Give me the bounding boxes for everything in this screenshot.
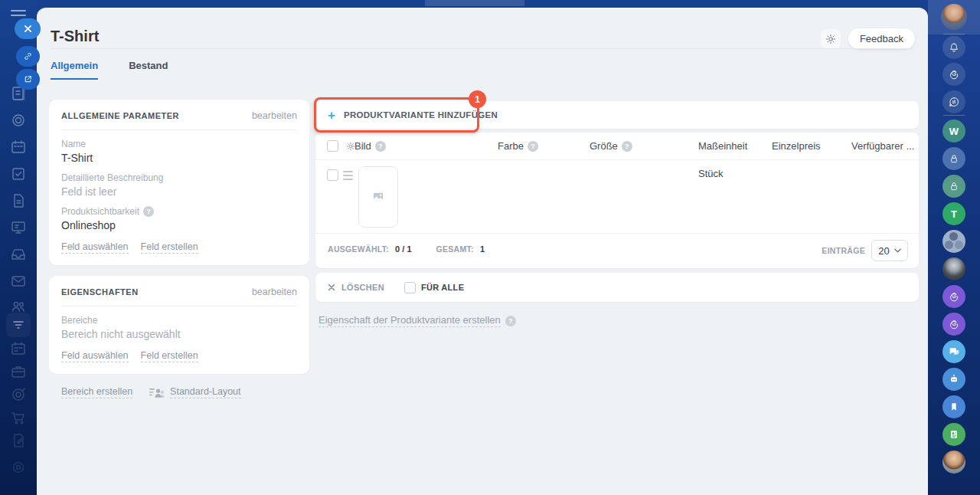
chat-item-w[interactable]: W <box>942 120 965 143</box>
select-field-link[interactable]: Feld auswählen <box>61 350 129 362</box>
create-variant-property-link[interactable]: Eigenschaft der Produktvariante erstelle… <box>318 314 501 327</box>
total-label: GESAMT: <box>436 244 474 254</box>
image-icon <box>371 190 385 204</box>
document-icon[interactable] <box>9 192 28 210</box>
messenger-chat[interactable] <box>942 340 965 363</box>
entries-value: 20 <box>878 245 889 257</box>
create-field-link[interactable]: Feld erstellen <box>141 350 198 362</box>
select-field-link[interactable]: Feld auswählen <box>61 241 129 254</box>
user-chat-avatar-2[interactable] <box>942 451 965 474</box>
target-icon[interactable] <box>9 385 28 404</box>
page-title: T-Shirt <box>51 28 99 45</box>
notifications-button[interactable] <box>942 36 965 59</box>
selected-value: 0 / 1 <box>395 244 411 254</box>
entries-per-page-select[interactable]: 20 <box>871 240 908 261</box>
copy-link-button[interactable] <box>16 46 40 67</box>
news-icon <box>948 428 960 441</box>
for-all-label: FÜR ALLE <box>421 283 464 292</box>
news-chat[interactable] <box>942 423 965 446</box>
gear-icon <box>825 33 837 45</box>
drag-handle-icon[interactable] <box>343 171 353 182</box>
visibility-field-label: Produktsichtbarkeit <box>61 206 139 217</box>
bot-chat[interactable] <box>942 368 965 391</box>
chat-item-private-1[interactable] <box>942 147 965 170</box>
for-all-checkbox[interactable] <box>404 282 416 293</box>
group-chat-avatar[interactable] <box>942 230 965 253</box>
for-all-checkbox-group[interactable]: FÜR ALLE <box>404 282 464 293</box>
layout-label[interactable]: Standard-Layout <box>170 386 240 398</box>
create-section-link[interactable]: Bereich erstellen <box>61 386 132 398</box>
plus-icon <box>328 109 335 122</box>
sections-field-value[interactable]: Bereich nicht ausgewählt <box>61 328 297 340</box>
chat-item-private-2[interactable] <box>942 175 965 198</box>
cell-masseinheit: Stück <box>698 168 724 179</box>
link-icon <box>23 51 33 61</box>
saved-messages-chat[interactable] <box>942 395 965 418</box>
description-field-value[interactable]: Feld ist leer <box>61 185 297 198</box>
copilot-chat-1[interactable] <box>942 285 965 308</box>
column-label: Größe <box>590 140 618 152</box>
close-slider-button[interactable] <box>15 18 41 39</box>
header-divider <box>51 48 914 49</box>
column-header-verfuegbar[interactable]: Verfügbarer ... <box>851 140 914 152</box>
cart-icon[interactable] <box>9 408 28 427</box>
feedback-button[interactable]: Feedback <box>848 28 915 49</box>
visibility-field-value[interactable]: Onlineshop <box>61 219 297 231</box>
presentation-icon[interactable] <box>9 218 28 237</box>
doc-edit-icon[interactable] <box>9 431 28 450</box>
column-header-farbe[interactable]: Farbe <box>498 140 538 152</box>
table-row[interactable]: Stück <box>315 160 919 234</box>
help-icon[interactable] <box>375 141 386 152</box>
open-new-window-button[interactable] <box>16 69 40 90</box>
edit-link[interactable]: bearbeiten <box>252 287 297 297</box>
help-icon[interactable] <box>143 206 154 217</box>
user-chat-avatar[interactable] <box>942 257 965 280</box>
sections-field-label: Bereiche <box>61 315 297 326</box>
settings-ring-icon[interactable] <box>9 458 28 477</box>
tab-bestand[interactable]: Bestand <box>129 60 168 80</box>
check-square-icon[interactable] <box>9 165 28 183</box>
product-image-placeholder[interactable] <box>358 166 398 228</box>
profile-avatar[interactable] <box>941 4 967 30</box>
edit-link[interactable]: bearbeiten <box>252 110 297 121</box>
help-icon[interactable] <box>505 316 516 326</box>
calendar-icon[interactable] <box>9 138 28 156</box>
help-icon[interactable] <box>528 141 538 152</box>
chat-item-t[interactable]: T <box>942 202 965 225</box>
column-label: Maßeinheit <box>698 140 747 152</box>
create-field-link[interactable]: Feld erstellen <box>141 241 198 254</box>
close-icon <box>24 25 32 33</box>
calendar-alt-icon[interactable] <box>9 339 28 358</box>
tray-icon[interactable] <box>9 245 28 264</box>
product-detail-card: T-Shirt Feedback Allgemein Bestand ALLGE… <box>37 8 928 495</box>
mail-icon[interactable] <box>9 272 28 290</box>
settings-gear-button[interactable] <box>821 29 841 49</box>
total-value: 1 <box>480 244 485 254</box>
column-header-groesse[interactable]: Größe <box>590 140 632 152</box>
annotation-badge: 1 <box>469 90 486 108</box>
spiral-icon <box>948 290 960 303</box>
add-product-variant-button[interactable]: PRODUKTVARIANTE HINZUFÜGEN 1 <box>315 101 919 129</box>
copilot-button[interactable] <box>942 63 965 86</box>
ring-icon[interactable] <box>9 111 28 129</box>
column-header-masseinheit[interactable]: Maßeinheit <box>698 140 747 152</box>
help-icon[interactable] <box>622 141 632 152</box>
bulk-actions-bar: LÖSCHEN FÜR ALLE <box>315 273 919 302</box>
properties-panel: EIGENSCHAFTEN bearbeiten Bereiche Bereic… <box>49 276 309 374</box>
tab-allgemein[interactable]: Allgemein <box>51 60 98 80</box>
column-header-einzelpreis[interactable]: Einzelpreis <box>772 140 821 152</box>
column-header-bild[interactable]: Bild <box>354 140 386 152</box>
chat-history-button[interactable] <box>942 90 965 113</box>
chat-arrows-icon <box>948 96 960 108</box>
copilot-chat-2[interactable] <box>942 313 965 336</box>
name-field-value[interactable]: T-Shirt <box>61 152 297 164</box>
briefcase-icon[interactable] <box>9 362 28 381</box>
layout-selector[interactable]: Standard-Layout <box>149 386 240 398</box>
row-checkbox[interactable] <box>327 169 338 181</box>
bell-icon <box>948 41 960 54</box>
table-footer: AUSGEWÄHLT: 0 / 1 GESAMT: 1 EINTRÄGE 20 <box>315 234 919 267</box>
filter-crm-icon[interactable] <box>6 313 31 337</box>
delete-button[interactable]: LÖSCHEN <box>328 283 384 292</box>
column-label: Farbe <box>498 140 524 152</box>
select-all-checkbox[interactable] <box>327 140 338 152</box>
